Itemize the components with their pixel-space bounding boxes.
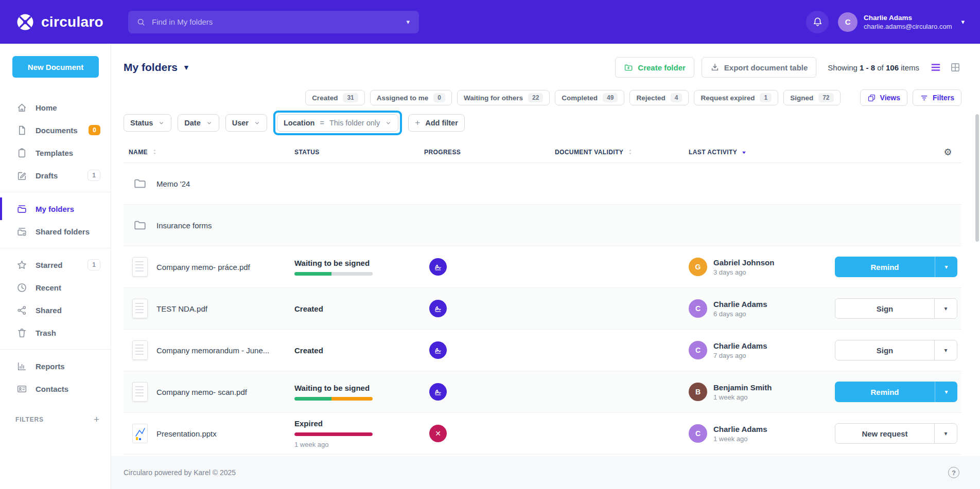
sidebar-item-templates[interactable]: Templates — [0, 141, 111, 164]
action-menu-caret-icon[interactable]: ▾ — [934, 299, 957, 318]
table-row-folder[interactable]: Insurance forms — [124, 205, 961, 246]
views-copy-icon — [867, 94, 876, 102]
row-status: Created — [294, 304, 406, 313]
user-menu[interactable]: C Charlie Adams charlie.adams@circularo.… — [838, 12, 965, 32]
sidebar-item-starred[interactable]: Starred 1 — [0, 253, 111, 276]
row-name[interactable]: Presentation.pptx — [156, 429, 277, 438]
sidebar-item-drafts[interactable]: Drafts 1 — [0, 164, 111, 187]
column-header-name[interactable]: NAME — [124, 148, 277, 156]
search-input[interactable] — [152, 17, 405, 26]
action-menu-caret-icon[interactable]: ▾ — [935, 257, 957, 277]
sidebar-item-trash[interactable]: Trash — [0, 321, 111, 344]
activity-user: Charlie Adams — [713, 341, 767, 350]
table-row-document[interactable]: TEST NDA.pdf Created C Charlie Adams 6 d… — [124, 288, 961, 330]
sidebar-item-documents[interactable]: Documents 0 — [0, 119, 111, 141]
sidebar-item-shared-folders[interactable]: Shared folders — [0, 220, 111, 243]
page-title-dropdown[interactable]: My folders ▼ — [124, 61, 190, 74]
sort-icon[interactable] — [151, 148, 159, 156]
column-header-document-validity[interactable]: DOCUMENT VALIDITY — [555, 148, 689, 156]
row-name[interactable]: TEST NDA.pdf — [156, 304, 277, 313]
notifications-button[interactable] — [806, 11, 829, 33]
document-icon — [16, 125, 27, 136]
remind-button[interactable]: Remind — [835, 382, 935, 402]
chip-rejected[interactable]: Rejected 4 — [629, 90, 689, 105]
table-row-document[interactable]: Company memo- scan.pdf Waiting to be sig… — [124, 371, 961, 413]
signature-progress-icon[interactable] — [429, 258, 447, 276]
new-document-button[interactable]: New Document — [12, 56, 99, 78]
sidebar-item-home[interactable]: Home — [0, 96, 111, 119]
chip-count: 22 — [528, 93, 543, 102]
grid-view-button[interactable] — [949, 61, 961, 74]
row-name[interactable]: Company memorandum - June... — [156, 346, 277, 355]
chevron-down-icon — [385, 120, 392, 126]
row-status: Waiting to be signed — [294, 384, 406, 392]
row-name[interactable]: Company memo- scan.pdf — [156, 388, 277, 396]
user-menu-caret-icon[interactable]: ▾ — [961, 18, 965, 26]
search-icon — [136, 17, 146, 27]
sidebar-item-reports[interactable]: Reports — [0, 355, 111, 377]
remind-button[interactable]: Remind — [835, 257, 935, 277]
signature-progress-icon[interactable] — [429, 300, 447, 317]
search-scope-caret-icon[interactable]: ▾ — [405, 16, 411, 28]
views-button[interactable]: Views — [860, 89, 907, 106]
bell-icon — [812, 16, 823, 27]
folder-stack-icon — [16, 204, 27, 214]
showing-count: Showing 1 - 8 of 106 items — [828, 63, 919, 72]
list-view-button[interactable] — [930, 61, 942, 74]
action-menu-caret-icon[interactable]: ▾ — [934, 340, 957, 360]
chip-assigned-to-me[interactable]: Assigned to me 0 — [370, 90, 452, 105]
sign-button[interactable]: Sign — [835, 299, 934, 318]
chip-count: 31 — [343, 93, 358, 102]
expired-error-icon[interactable]: ✕ — [429, 425, 447, 442]
sidebar-item-shared[interactable]: Shared — [0, 299, 111, 321]
row-name[interactable]: Insurance forms — [156, 221, 277, 230]
starred-badge: 1 — [87, 259, 100, 270]
table-row-document[interactable]: Company memorandum - June... Created C C… — [124, 330, 961, 371]
chip-waiting-for-others[interactable]: Waiting for others 22 — [457, 90, 550, 105]
location-filter-dropdown[interactable]: Location = This folder only — [277, 114, 398, 132]
share-icon — [16, 305, 27, 316]
action-menu-caret-icon[interactable]: ▾ — [935, 382, 957, 402]
sidebar-item-my-folders[interactable]: My folders — [0, 197, 111, 220]
help-button[interactable]: ? — [948, 467, 959, 478]
table-settings-gear-icon[interactable]: ⚙ — [943, 148, 952, 157]
highlight-ring: Location = This folder only — [273, 111, 402, 135]
table-row-document[interactable]: Presentation.pptx Expired 1 week ago ✕ C… — [124, 413, 961, 455]
chip-request-expired[interactable]: Request expired 1 — [694, 90, 778, 105]
row-name[interactable]: Company memo- práce.pdf — [156, 263, 277, 271]
chip-signed[interactable]: Signed 72 — [783, 90, 840, 105]
signature-progress-icon[interactable] — [429, 383, 447, 401]
scrollbar[interactable] — [975, 114, 979, 242]
sort-icon[interactable] — [626, 148, 634, 156]
pdf-file-icon — [132, 257, 148, 277]
action-menu-caret-icon[interactable]: ▾ — [934, 424, 957, 443]
table-row-folder[interactable]: Memo '24 — [124, 163, 961, 205]
sort-desc-icon[interactable] — [740, 148, 748, 156]
global-search[interactable]: ▾ — [128, 11, 419, 33]
add-filter-button[interactable]: + Add filter — [408, 114, 465, 132]
row-name[interactable]: Memo '24 — [156, 179, 277, 188]
signature-progress-icon[interactable] — [429, 341, 447, 359]
export-document-table-button[interactable]: Export document table — [702, 57, 817, 78]
table-row-document[interactable]: Company memo- práce.pdf Waiting to be si… — [124, 246, 961, 288]
sign-button[interactable]: Sign — [835, 340, 934, 360]
activity-time: 7 days ago — [713, 352, 767, 359]
chip-completed[interactable]: Completed 49 — [555, 90, 624, 105]
column-header-progress: PROGRESS — [406, 149, 555, 156]
user-name: Charlie Adams — [864, 14, 952, 22]
add-filter-plus-icon[interactable]: + — [94, 414, 99, 424]
chip-count: 49 — [603, 93, 618, 102]
chip-created[interactable]: Created 31 — [305, 90, 365, 105]
filters-button[interactable]: Filters — [913, 89, 961, 106]
sidebar-item-recent[interactable]: Recent — [0, 276, 111, 299]
divider — [0, 248, 111, 248]
create-folder-button[interactable]: Create folder — [615, 57, 694, 78]
status-filter-dropdown[interactable]: Status — [124, 114, 171, 132]
column-header-last-activity[interactable]: LAST ACTIVITY — [689, 148, 833, 156]
sidebar-item-contacts[interactable]: Contacts — [0, 377, 111, 400]
new-request-button[interactable]: New request — [835, 424, 934, 443]
brand[interactable]: circularo — [15, 12, 103, 32]
user-filter-dropdown[interactable]: User — [225, 114, 267, 132]
date-filter-dropdown[interactable]: Date — [178, 114, 219, 132]
folder-icon — [133, 219, 147, 232]
